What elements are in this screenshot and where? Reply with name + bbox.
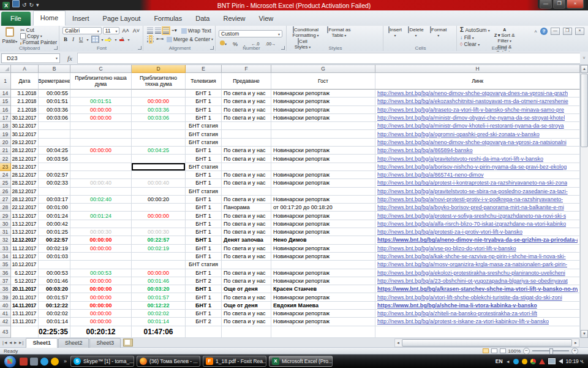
cell-d38[interactable]: 00:03:20	[132, 285, 186, 293]
cell-g15[interactable]: Новинарски репортаж	[271, 98, 375, 105]
row-header-17[interactable]: 17	[0, 114, 11, 122]
cell-g30[interactable]: Новинарски репортаж	[271, 220, 375, 228]
cell-a42[interactable]: 13.11.2017	[11, 318, 39, 326]
cell-g37[interactable]: Новинарски репортаж	[271, 277, 375, 285]
column-header-d[interactable]: D	[132, 65, 186, 73]
cell-h35[interactable]: http://news.bnt.bg/bg/a/mosv-organizira-…	[375, 261, 580, 269]
cell-c38[interactable]: 00:00:00	[70, 285, 132, 293]
cell-g42[interactable]: Новинарски репортаж	[271, 318, 375, 326]
header-cell-date[interactable]: Дата	[11, 73, 39, 90]
cell-h27[interactable]: http://news.bnt.bg/bg/a/novi-protesti-pr…	[375, 196, 580, 204]
format-as-table-button[interactable]: Format as Table ▾	[324, 27, 353, 39]
cell-c33[interactable]: 00:00:00	[70, 245, 132, 253]
font-color-button[interactable]: A	[119, 36, 125, 43]
row-header-21[interactable]: 21	[0, 147, 11, 155]
cell-a39[interactable]: 20.11.2017	[11, 293, 39, 301]
restore-button[interactable]: ❐	[553, 0, 565, 9]
zoom-in-button[interactable]: +	[571, 348, 578, 355]
cell-h37[interactable]: http://news.bnt.bg/bg/a/23-obshchini-ot-…	[375, 277, 580, 285]
sheet-tab-sheet1[interactable]: Sheet1	[26, 338, 58, 348]
save-button[interactable]	[12, 0, 20, 10]
cell-h39[interactable]: http://news.bnt.bg/bg/a/vtori-lift-shche…	[375, 293, 580, 301]
hyperlink[interactable]: http://news.bnt.bg/bg/a/pravitelstvoto-r…	[377, 156, 543, 162]
cell-e26[interactable]: БНТ статия	[186, 188, 222, 196]
hyperlink[interactable]: http://news.bnt.bg/bg/a/neno-dimov-shche…	[377, 139, 567, 145]
cell-d31[interactable]: 00:00:30	[132, 228, 186, 236]
hyperlink[interactable]: http://news.bnt.bg/bg/a/alfa-risrch-bliz…	[377, 221, 566, 227]
cell-d15[interactable]: 00:00:00	[132, 98, 186, 105]
cell-d25[interactable]: 00:00:40	[132, 179, 186, 187]
row-header-20[interactable]: 20	[0, 139, 11, 147]
cell-e30[interactable]: БНТ 1	[186, 220, 222, 228]
cell-c16[interactable]: 00:00:00	[70, 106, 132, 114]
totals-cell-e[interactable]	[186, 326, 222, 338]
cell-g24[interactable]: Новинарски репортаж	[271, 171, 375, 179]
first-sheet-icon[interactable]: |◄	[2, 340, 8, 345]
align-center-button[interactable]	[150, 36, 151, 42]
cell-e24[interactable]: БНТ 1	[186, 171, 222, 179]
cell-c28[interactable]	[70, 204, 132, 212]
cell-e23[interactable]: БНТ статия	[186, 163, 222, 171]
cell-b32[interactable]: 00:22:57	[39, 236, 70, 244]
cell-c34[interactable]	[70, 253, 132, 261]
cell-b28[interactable]: 00:01:00	[39, 204, 70, 212]
cell-e28[interactable]: БНТ 1	[186, 204, 222, 212]
cell-e37[interactable]: БНТ 2	[186, 277, 222, 285]
scroll-left-arrow[interactable]: ◄	[395, 341, 401, 345]
hyperlink[interactable]: https://www.bnt.bg/bg/a/neno-dimov-nie-t…	[377, 237, 578, 243]
cell-f42[interactable]: По света и у нас	[222, 318, 271, 326]
qat-dropdown-icon[interactable]: ▾	[36, 1, 39, 10]
cell-d27[interactable]: 00:00:20	[132, 196, 186, 204]
cell-e25[interactable]: БНТ 1	[186, 179, 222, 187]
cell-g36[interactable]: Новинарски репортаж	[271, 269, 375, 277]
conditional-formatting-button[interactable]: Conditional Formatting ▾	[290, 27, 322, 39]
hyperlink[interactable]: http://news.bnt.bg/bg/a/pravitelstvoto-s…	[377, 188, 568, 194]
header-cell-show[interactable]: Предаване	[222, 73, 271, 90]
skype-tray-icon[interactable]	[513, 359, 519, 364]
cell-d17[interactable]: 00:03:06	[132, 114, 186, 122]
cell-b36[interactable]: 00:00:53	[39, 269, 70, 277]
cell-f33[interactable]: По света и у нас	[222, 245, 271, 253]
sheet-tab-sheet2[interactable]: Sheet2	[58, 338, 89, 348]
cell-g26[interactable]	[271, 188, 375, 196]
font-name-combo[interactable]: Calibri▾	[62, 27, 102, 34]
cell-a17[interactable]: 30.12.2017	[11, 114, 39, 122]
cell-c20[interactable]	[70, 139, 132, 147]
align-top-button[interactable]	[147, 28, 153, 34]
last-sheet-icon[interactable]: ►|	[18, 340, 24, 345]
cell-a21[interactable]: 28.12.2017	[11, 147, 39, 155]
cell-b30[interactable]: 00:00:42	[39, 220, 70, 228]
hyperlink[interactable]: http://news.bnt.bg/bg/a/ogromni-opashki-…	[377, 131, 540, 137]
cell-g27[interactable]: Новинарски репортаж	[271, 196, 375, 204]
tab-file[interactable]: File	[1, 12, 31, 26]
cell-c37[interactable]: 00:00:00	[70, 277, 132, 285]
row-header-37[interactable]: 37	[0, 277, 11, 285]
row-header-32[interactable]: 32	[0, 236, 11, 244]
update-tray-icon[interactable]	[522, 359, 527, 364]
tab-review[interactable]: Review	[216, 12, 252, 26]
cell-h21[interactable]: http://news.bnt.bg/bg/a/865894-bansko	[375, 147, 580, 155]
tab-insert[interactable]: Insert	[66, 12, 96, 26]
totals-cell-d[interactable]: 01:47:06	[132, 326, 186, 338]
cell-f25[interactable]: По света и у нас	[222, 179, 271, 187]
totals-cell-f[interactable]	[222, 326, 271, 338]
italic-button[interactable]: I	[71, 36, 75, 43]
cell-c26[interactable]	[70, 188, 132, 196]
insert-worksheet-icon[interactable]	[123, 339, 133, 347]
cell-a25[interactable]: 28.12.2017	[11, 179, 39, 187]
cell-e42[interactable]: БНТ 2	[186, 318, 222, 326]
cell-a35[interactable]: 10.12.2017	[11, 261, 39, 269]
row-header-26[interactable]: 26	[0, 188, 11, 196]
cell-c15[interactable]: 00:01:51	[70, 98, 132, 105]
wrap-text-button[interactable]: Wrap Text	[181, 28, 211, 34]
cell-g38[interactable]: Красен Станчев	[271, 285, 375, 293]
row-header-1[interactable]: 1	[0, 73, 11, 90]
dialog-launcher-icon[interactable]	[210, 46, 214, 50]
taskbar-button-foxit[interactable]: F1_18.pdf - Foxit Rea...	[203, 356, 266, 367]
dialog-launcher-icon[interactable]	[281, 46, 285, 50]
cell-c31[interactable]: 00:00:30	[70, 228, 132, 236]
cell-h33[interactable]: http://news.bnt.bg/bg/a/vse-po-blizo-do-…	[375, 245, 580, 253]
hyperlink[interactable]: http://news.bnt.bg/bg/a/23-obshchini-ot-…	[377, 278, 568, 284]
merge-center-button[interactable]: Merge & Center▾	[167, 36, 213, 42]
cell-b42[interactable]: 00:01:14	[39, 318, 70, 326]
